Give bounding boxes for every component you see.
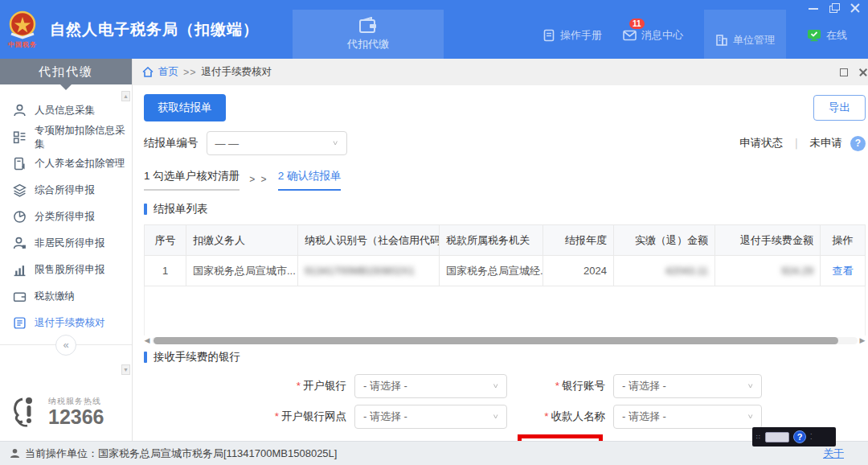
- sidebar-header: 代扣代缴: [0, 59, 132, 84]
- chevron-down-icon: ˅: [748, 413, 753, 421]
- pie-chart-icon: [13, 210, 27, 224]
- sidebar-item-tax-payment[interactable]: 税款缴纳: [0, 283, 132, 310]
- cell-fee-amount-masked: 924.29: [715, 256, 821, 286]
- report-no-value: — —: [215, 138, 240, 150]
- required-mark: *: [555, 380, 559, 392]
- table-empty-area: [144, 286, 866, 335]
- menu-messages[interactable]: 11 消息中心: [623, 17, 683, 43]
- step-2-tab[interactable]: 2 确认结报单: [278, 169, 342, 191]
- ime-toolbar[interactable]: ∷ ? ⁚: [752, 427, 836, 446]
- close-icon[interactable]: [850, 3, 860, 13]
- sidebar-item-classified-income[interactable]: 分类所得申报: [0, 204, 132, 230]
- col-agent: 扣缴义务人: [186, 225, 298, 256]
- document-download-icon: [13, 157, 27, 171]
- section-bar: [144, 204, 147, 215]
- page-maximize-icon[interactable]: [840, 68, 848, 76]
- menu-unit-management[interactable]: 单位管理: [704, 10, 786, 59]
- minimize-icon[interactable]: [809, 3, 818, 13]
- logo-text: 中国税务: [8, 40, 37, 49]
- breadcrumb-current: 退付手续费核对: [202, 65, 272, 79]
- report-no-select[interactable]: — — ˅: [207, 131, 347, 155]
- required-mark: *: [544, 410, 548, 422]
- required-mark: *: [275, 410, 279, 422]
- ime-help-icon[interactable]: ?: [793, 430, 806, 443]
- sidebar-item-label: 退付手续费核对: [35, 316, 105, 330]
- section-title-text: 接收手续费的银行: [154, 350, 240, 364]
- cell-paid-amount-masked: 42043.11: [614, 256, 715, 286]
- app-window: 中国税务 自然人电子税务局（扣缴端） 代扣代缴 操作手册 11: [0, 0, 868, 465]
- scroll-right-icon[interactable]: ▶: [859, 336, 866, 344]
- national-emblem-icon: [6, 10, 39, 42]
- table-row: 1 国家税务总局宣城市... 91341700MB150802X1 国家税务总局…: [145, 256, 866, 286]
- sidebar-item-comprehensive-income[interactable]: 综合所得申报: [0, 177, 132, 204]
- hotline-logo: 纳税服务热线 12366: [11, 394, 104, 428]
- fetch-report-button[interactable]: 获取结报单: [144, 94, 226, 121]
- message-count-badge: 11: [629, 19, 645, 29]
- restore-icon[interactable]: [829, 3, 839, 13]
- sidebar-scroll-down-icon[interactable]: ▼: [121, 364, 130, 375]
- keyboard-icon[interactable]: [765, 432, 789, 442]
- scrollbar-thumb[interactable]: [154, 337, 838, 344]
- breadcrumb-home-link[interactable]: 首页: [158, 65, 178, 79]
- report-table: 序号 扣缴义务人 纳税人识别号（社会信用代码） 税款所属税务机关 结报年度 实缴…: [144, 224, 866, 286]
- help-icon[interactable]: ?: [850, 136, 866, 151]
- sidebar-item-label: 个人养老金扣除管理: [35, 157, 125, 171]
- sidebar-item-personnel-info[interactable]: 人员信息采集: [0, 97, 132, 124]
- header-tab-daikou[interactable]: 代扣代缴: [293, 10, 444, 59]
- app-title: 自然人电子税务局（扣缴端）: [50, 19, 259, 40]
- chevron-down-icon: ˅: [493, 413, 498, 421]
- sidebar-item-label: 非居民所得申报: [35, 237, 105, 250]
- bank-branch-select[interactable]: - 请选择 - ˅: [354, 405, 507, 429]
- wallet-icon: [358, 17, 378, 35]
- step-1-tab[interactable]: 1 勾选单户核对清册: [144, 169, 240, 191]
- building-icon: [715, 34, 728, 47]
- online-monitor-icon: [807, 29, 821, 42]
- col-action: 操作: [821, 225, 866, 256]
- apply-status-label: 申请状态: [739, 136, 783, 150]
- status-bar: 当前操作单位：国家税务总局宣城市税务局[11341700MB1508025L] …: [0, 441, 868, 465]
- bank-name-label: *开户银行: [144, 379, 354, 393]
- page-window-controls: [840, 68, 867, 76]
- about-link[interactable]: 关于: [823, 446, 844, 461]
- bar-chart-icon: [13, 263, 27, 277]
- sidebar-item-label: 综合所得申报: [35, 183, 95, 197]
- scrollbar-track[interactable]: [152, 337, 858, 344]
- menu-online-status[interactable]: 在线: [807, 17, 847, 43]
- page-close-icon[interactable]: [859, 68, 867, 76]
- step-separator: > >: [249, 174, 268, 191]
- hotline-number: 12366: [48, 407, 104, 427]
- export-button[interactable]: 导出: [813, 95, 866, 121]
- sidebar-item-label: 限售股所得申报: [35, 263, 105, 277]
- sidebar-item-special-deduction[interactable]: 专项附加扣除信息采集: [0, 124, 132, 150]
- app-logo: 中国税务: [6, 10, 39, 49]
- person-icon: [13, 104, 27, 117]
- bank-name-select[interactable]: - 请选择 - ˅: [354, 374, 507, 398]
- cell-tax-office: 国家税务总局宣城经...: [440, 256, 543, 286]
- sidebar-item-label: 分类所得申报: [35, 210, 95, 224]
- scroll-left-icon[interactable]: ◀: [144, 336, 150, 344]
- breadcrumb-separator: >>: [183, 67, 197, 78]
- ime-more-icon[interactable]: ⁚: [810, 434, 813, 440]
- sidebar-item-pension-deduction[interactable]: 个人养老金扣除管理: [0, 150, 132, 177]
- sidebar-item-refund-fee-check[interactable]: 退付手续费核对: [0, 310, 132, 336]
- sidebar-item-label: 税款缴纳: [35, 290, 75, 303]
- sidebar-scroll-up-icon[interactable]: ▲: [121, 91, 130, 101]
- hotline-headset-icon: [11, 394, 43, 428]
- bank-account-select[interactable]: - 请选择 - ˅: [613, 374, 762, 398]
- sidebar: 代扣代缴 ▲ ▼ 人员信息采集: [0, 59, 133, 441]
- section-title-text: 结报单列表: [154, 202, 208, 216]
- col-taxpayer-id: 纳税人识别号（社会信用代码）: [298, 225, 440, 256]
- col-fee-amount: 退付手续费金额: [715, 225, 821, 256]
- horizontal-scrollbar: ◀ ▶: [144, 335, 866, 345]
- ime-drag-handle-icon[interactable]: ∷: [756, 434, 761, 440]
- person-badge-icon: [13, 237, 27, 250]
- sidebar-item-restricted-stock[interactable]: 限售股所得申报: [0, 257, 132, 283]
- menu-manual[interactable]: 操作手册: [542, 17, 602, 43]
- view-link[interactable]: 查看: [833, 265, 854, 277]
- sidebar-item-nonresident-income[interactable]: 非居民所得申报: [0, 230, 132, 257]
- page-content: 获取结报单 导出 结报单编号 — — ˅ 申请状态 ｜ 未申请 ?: [133, 85, 868, 441]
- payee-name-select[interactable]: - 请选择 - ˅: [613, 405, 762, 429]
- sidebar-collapse-button[interactable]: «: [55, 335, 76, 356]
- header-tab-label: 代扣代缴: [347, 37, 389, 51]
- bank-name-value: - 请选择 -: [363, 379, 407, 393]
